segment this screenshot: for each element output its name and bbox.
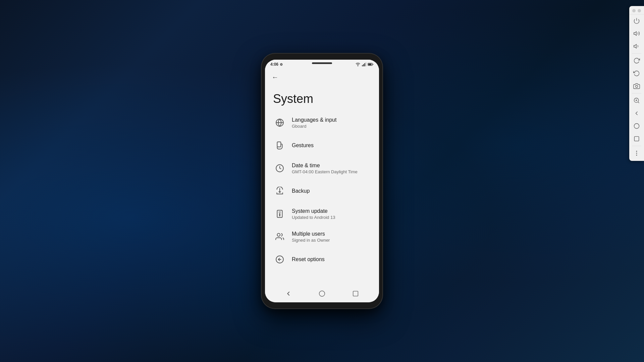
settings-item-languages[interactable]: Languages & input Gboard <box>265 111 379 134</box>
svg-rect-29 <box>634 136 639 141</box>
toolbar-divider-1 <box>632 53 641 54</box>
toolbar-power-button[interactable] <box>631 15 643 27</box>
page-title: System <box>265 85 379 111</box>
settings-item-backup[interactable]: Backup <box>265 180 379 202</box>
label-gestures: Gestures <box>292 142 371 149</box>
settings-item-reset[interactable]: Reset options <box>265 248 379 271</box>
settings-text-gestures: Gestures <box>292 142 371 149</box>
toolbar-minimize-button[interactable] <box>632 9 636 12</box>
svg-rect-2 <box>363 64 364 66</box>
screen-content: System Languages & input <box>265 85 379 285</box>
status-time: 4:06 <box>270 62 278 67</box>
svg-rect-3 <box>364 63 365 66</box>
sublabel-system-update: Updated to Android 13 <box>292 215 371 220</box>
svg-point-28 <box>634 124 639 129</box>
more-icon <box>633 150 640 157</box>
nav-bar <box>265 285 379 302</box>
status-bar: 4:06 ⚙ <box>265 60 379 69</box>
settings-text-languages: Languages & input Gboard <box>292 117 371 129</box>
toolbar-back-nav-button[interactable] <box>631 107 643 119</box>
phone-device: 4:06 ⚙ <box>262 54 382 308</box>
globe-icon <box>273 116 286 129</box>
label-languages: Languages & input <box>292 117 371 124</box>
nav-recents-button[interactable] <box>348 286 363 301</box>
settings-text-reset: Reset options <box>292 256 371 263</box>
settings-text-multiple-users: Multiple users Signed in as Owner <box>292 231 371 243</box>
label-reset: Reset options <box>292 256 371 263</box>
clock-icon <box>273 162 286 175</box>
svg-point-23 <box>636 85 638 88</box>
battery-icon <box>368 62 374 66</box>
toolbar-header <box>629 7 644 14</box>
toolbar-zoom-in-button[interactable] <box>631 95 643 107</box>
backup-icon <box>273 184 286 198</box>
rotate-cw-icon <box>633 57 640 64</box>
back-button[interactable]: ← <box>269 71 281 83</box>
toolbar-screenshot-button[interactable] <box>631 80 643 92</box>
toolbar-close-button[interactable] <box>638 9 641 12</box>
settings-item-multiple-users[interactable]: Multiple users Signed in as Owner <box>265 225 379 248</box>
camera-icon <box>633 83 640 89</box>
sublabel-languages: Gboard <box>292 124 371 129</box>
svg-point-18 <box>319 291 325 297</box>
phone-speaker <box>312 62 332 64</box>
svg-rect-6 <box>368 63 372 65</box>
svg-line-25 <box>638 102 639 103</box>
users-icon <box>273 230 286 243</box>
svg-point-32 <box>636 155 637 156</box>
svg-point-31 <box>636 153 637 154</box>
settings-text-backup: Backup <box>292 188 371 195</box>
nav-home-button[interactable] <box>315 286 329 301</box>
toolbar-vol-up-button[interactable] <box>631 27 643 40</box>
label-multiple-users: Multiple users <box>292 231 371 238</box>
back-arrow-icon: ← <box>272 73 278 81</box>
nav-back-button[interactable] <box>281 286 296 301</box>
svg-rect-4 <box>366 62 366 66</box>
svg-point-0 <box>358 66 358 66</box>
settings-icon: ⚙ <box>280 63 283 66</box>
zoom-in-icon <box>633 97 640 104</box>
svg-point-14 <box>279 215 280 216</box>
svg-rect-1 <box>362 65 363 66</box>
svg-point-16 <box>277 233 280 236</box>
svg-rect-19 <box>353 291 358 296</box>
reset-icon <box>273 253 286 266</box>
side-toolbar <box>629 6 644 161</box>
sublabel-multiple-users: Signed in as Owner <box>292 238 371 243</box>
settings-item-system-update[interactable]: System update Updated to Android 13 <box>265 202 379 225</box>
wifi-icon <box>356 62 360 67</box>
rotate-ccw-icon <box>633 70 640 77</box>
settings-list: Languages & input Gboard <box>265 111 379 271</box>
gestures-icon <box>273 139 286 152</box>
volume-up-icon <box>633 30 640 37</box>
toolbar-rotate-cw-button[interactable] <box>631 55 643 67</box>
volume-down-icon <box>633 43 640 50</box>
label-system-update: System update <box>292 208 371 215</box>
label-datetime: Date & time <box>292 162 371 169</box>
label-backup: Backup <box>292 188 371 195</box>
svg-rect-7 <box>373 64 373 65</box>
phone-screen: 4:06 ⚙ <box>265 60 379 302</box>
svg-marker-21 <box>634 32 637 36</box>
recents-icon <box>633 135 640 142</box>
toolbar-rotate-ccw-button[interactable] <box>631 67 643 79</box>
settings-item-gestures[interactable]: Gestures <box>265 134 379 157</box>
toolbar-home-button[interactable] <box>631 120 643 132</box>
power-icon <box>633 17 640 24</box>
toolbar-divider-3 <box>632 146 641 146</box>
svg-point-30 <box>636 151 637 152</box>
toolbar-recents-button[interactable] <box>631 133 643 145</box>
phone-update-icon <box>273 207 286 221</box>
svg-marker-22 <box>634 44 637 48</box>
settings-item-datetime[interactable]: Date & time GMT-04:00 Eastern Daylight T… <box>265 157 379 180</box>
toolbar-divider-2 <box>632 93 641 94</box>
sublabel-datetime: GMT-04:00 Eastern Daylight Time <box>292 169 371 174</box>
back-nav-icon <box>633 110 640 117</box>
toolbar-more-button[interactable] <box>631 147 643 159</box>
settings-text-datetime: Date & time GMT-04:00 Eastern Daylight T… <box>292 162 371 175</box>
top-bar: ← <box>265 69 379 85</box>
svg-rect-10 <box>277 142 281 147</box>
toolbar-vol-down-button[interactable] <box>631 40 643 52</box>
signal-icon <box>362 62 366 67</box>
settings-text-system-update: System update Updated to Android 13 <box>292 208 371 220</box>
